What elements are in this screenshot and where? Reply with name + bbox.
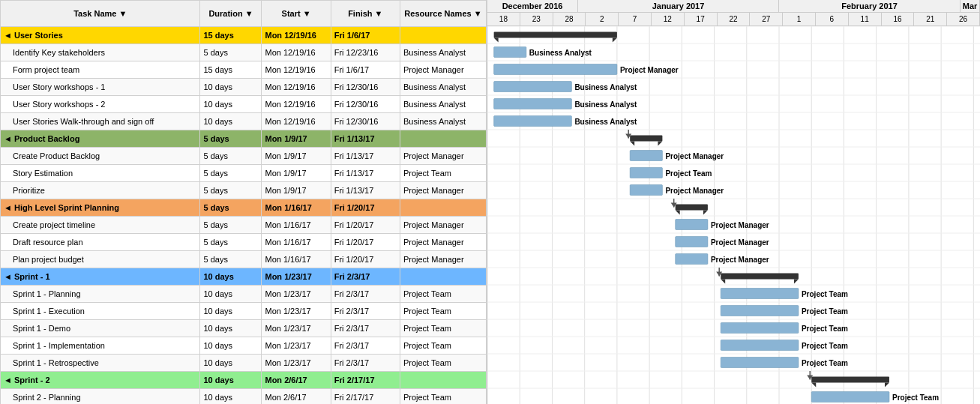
detail-row: Sprint 2 - Planning10 daysMon 2/6/17Fri … [1, 389, 487, 405]
task-duration-cell: 10 days [200, 303, 262, 320]
gantt-chart: December 2016January 2017February 2017Ma… [487, 0, 980, 404]
detail-row: Sprint 1 - Planning10 daysMon 1/23/17Fri… [1, 286, 487, 303]
task-name-cell: ◄ Sprint - 2 [1, 372, 200, 389]
day-header-label: 21 [914, 13, 947, 26]
task-name-cell: ◄ High Level Sprint Planning [1, 199, 200, 217]
task-finish-cell: Fri 1/13/17 [331, 130, 400, 148]
task-resource-cell: Project Manager [400, 217, 486, 234]
summary-row: ◄ Sprint - 210 daysMon 2/6/17Fri 2/17/17 [1, 372, 487, 389]
month-header-label: January 2017 [578, 0, 779, 12]
month-header-label: Mar [961, 0, 980, 12]
task-duration-cell: 10 days [200, 337, 262, 355]
task-resource-cell: Project Team [400, 286, 486, 303]
svg-marker-72 [721, 280, 725, 284]
task-name-cell: Create Product Backlog [1, 148, 200, 165]
svg-rect-71 [721, 274, 799, 280]
task-resource-cell: Project Manager [400, 234, 486, 251]
task-name-cell: Form project team [1, 61, 200, 79]
task-resource-cell: Project Manager [400, 182, 486, 199]
svg-marker-98 [807, 376, 813, 380]
col-header-finish: Finish ▼ [331, 1, 400, 27]
task-name-cell: Identify Key stakeholders [1, 44, 200, 61]
task-resource-cell [400, 268, 486, 286]
task-start-cell: Mon 12/19/16 [262, 96, 331, 113]
task-duration-cell: 5 days [200, 251, 262, 268]
task-duration-cell: 5 days [200, 234, 262, 251]
svg-marker-73 [794, 280, 799, 284]
detail-row: Create project timeline5 daysMon 1/16/17… [1, 217, 487, 234]
task-start-cell: Mon 1/9/17 [262, 130, 331, 148]
task-resource-cell: Business Analyst [400, 79, 486, 96]
task-name-cell: Prioritize [1, 182, 200, 199]
summary-row: ◄ User Stories15 daysMon 12/19/16Fri 1/6… [1, 27, 487, 44]
day-header-label: 22 [718, 13, 751, 26]
task-finish-cell: Fri 12/30/16 [331, 113, 400, 130]
task-name-cell: Sprint 2 - Planning [1, 389, 200, 405]
svg-text:Project Team: Project Team [802, 342, 848, 350]
task-start-cell: Mon 1/16/17 [262, 234, 331, 251]
task-start-cell: Mon 12/19/16 [262, 44, 331, 61]
task-start-cell: Mon 1/23/17 [262, 268, 331, 286]
svg-marker-85 [811, 383, 816, 388]
task-name-cell: ◄ User Stories [1, 27, 200, 44]
svg-text:Project Manager: Project Manager [620, 66, 679, 74]
detail-row: Sprint 1 - Execution10 daysMon 1/23/17Fr… [1, 303, 487, 320]
task-table: Task Name ▼ Duration ▼ Start ▼ Finish ▼ … [0, 0, 487, 404]
task-resource-cell: Project Team [400, 337, 486, 355]
task-start-cell: Mon 1/16/17 [262, 217, 331, 234]
task-start-cell: Mon 12/19/16 [262, 79, 331, 96]
task-name-cell: Sprint 1 - Demo [1, 320, 200, 337]
svg-rect-43 [494, 47, 526, 58]
task-finish-cell: Fri 1/13/17 [331, 148, 400, 165]
task-start-cell: Mon 12/19/16 [262, 61, 331, 79]
task-duration-cell: 10 days [200, 355, 262, 372]
day-header-label: 6 [816, 13, 849, 26]
task-duration-cell: 10 days [200, 372, 262, 389]
task-name-cell: Sprint 1 - Implementation [1, 337, 200, 355]
task-finish-cell: Fri 2/17/17 [331, 389, 400, 405]
day-header-label: 11 [849, 13, 882, 26]
day-header-label: 12 [652, 13, 685, 26]
task-duration-cell: 10 days [200, 268, 262, 286]
svg-text:Project Team: Project Team [802, 359, 848, 367]
svg-marker-96 [716, 272, 722, 277]
task-resource-cell [400, 130, 486, 148]
task-finish-cell: Fri 1/20/17 [331, 199, 400, 217]
task-name-cell: Sprint 1 - Planning [1, 286, 200, 303]
day-header-label: 28 [553, 13, 586, 26]
task-name-cell: User Stories Walk-through and sign off [1, 113, 200, 130]
task-finish-cell: Fri 2/3/17 [331, 286, 400, 303]
svg-rect-65 [676, 220, 708, 230]
task-resource-cell [400, 199, 486, 217]
detail-row: Create Product Backlog5 daysMon 1/9/17Fr… [1, 148, 487, 165]
summary-row: ◄ High Level Sprint Planning5 daysMon 1/… [1, 199, 487, 217]
task-duration-cell: 10 days [200, 79, 262, 96]
task-start-cell: Mon 1/9/17 [262, 182, 331, 199]
svg-rect-40 [494, 32, 617, 38]
task-finish-cell: Fri 2/3/17 [331, 320, 400, 337]
task-resource-cell: Project Manager [400, 251, 486, 268]
task-name-cell: Draft resource plan [1, 234, 200, 251]
day-header-label: 2 [586, 13, 619, 26]
svg-rect-82 [721, 358, 799, 368]
svg-text:Project Manager: Project Manager [665, 152, 724, 160]
svg-text:Business Analyst: Business Analyst [574, 83, 637, 91]
svg-marker-92 [625, 134, 631, 139]
task-finish-cell: Fri 1/13/17 [331, 165, 400, 182]
task-resource-cell: Business Analyst [400, 96, 486, 113]
task-finish-cell: Fri 2/3/17 [331, 355, 400, 372]
task-finish-cell: Fri 12/23/16 [331, 44, 400, 61]
task-start-cell: Mon 1/23/17 [262, 303, 331, 320]
svg-rect-69 [676, 254, 708, 265]
task-resource-cell: Project Team [400, 303, 486, 320]
task-duration-cell: 5 days [200, 217, 262, 234]
day-header-label: 1 [783, 13, 816, 26]
svg-rect-56 [630, 151, 662, 161]
svg-rect-47 [494, 82, 572, 92]
col-header-start: Start ▼ [262, 1, 331, 27]
task-finish-cell: Fri 1/6/17 [331, 61, 400, 79]
task-finish-cell: Fri 1/13/17 [331, 182, 400, 199]
task-duration-cell: 10 days [200, 320, 262, 337]
svg-text:Project Team: Project Team [802, 290, 848, 298]
task-start-cell: Mon 12/19/16 [262, 27, 331, 44]
